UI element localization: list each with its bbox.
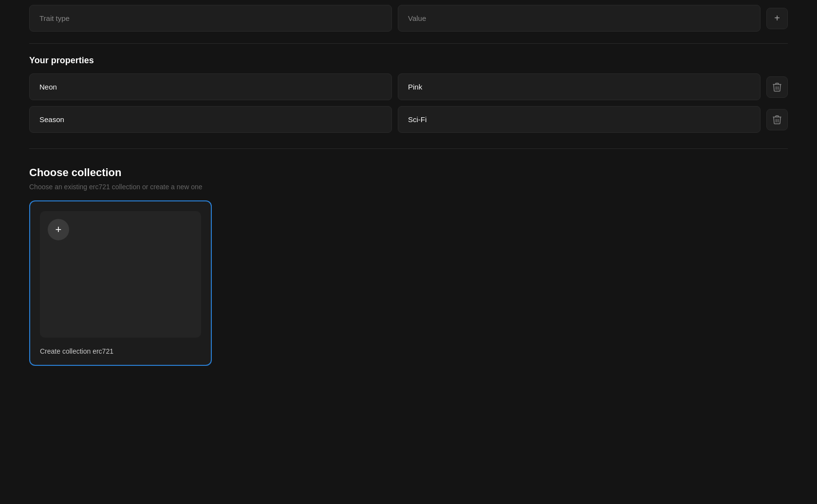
collection-grid: + Create collection erc721 [29,200,788,366]
property-value-pink: Pink [398,73,761,100]
trash-icon [773,115,781,125]
section-divider [29,148,788,149]
property-row: Neon Pink [29,73,788,100]
create-collection-plus-icon: + [48,219,69,240]
choose-collection-section: Choose collection Choose an existing erc… [29,166,788,366]
create-collection-label: Create collection erc721 [40,347,113,355]
choose-collection-subtitle: Choose an existing erc721 collection or … [29,183,788,191]
choose-collection-title: Choose collection [29,166,788,179]
trash-icon [773,82,781,92]
collection-card-inner: + [40,211,201,338]
property-trait-season: Season [29,106,392,133]
create-collection-card[interactable]: + Create collection erc721 [29,200,212,366]
add-trait-button[interactable]: + [766,8,788,29]
your-properties-title: Your properties [29,55,788,66]
value-input[interactable] [398,5,761,32]
property-row: Season Sci-Fi [29,106,788,133]
property-trait-neon: Neon [29,73,392,100]
divider [29,43,788,44]
plus-icon: + [774,13,780,24]
trait-type-input[interactable] [29,5,392,32]
properties-list: Neon Pink Season Sci-Fi [29,73,788,133]
trait-input-row: + [29,5,788,32]
page-container: + Your properties Neon Pink Season Sci-F… [0,0,817,366]
your-properties-section: Your properties Neon Pink Season Sci-Fi [29,55,788,133]
delete-neon-button[interactable] [766,76,788,98]
property-value-scifi: Sci-Fi [398,106,761,133]
delete-season-button[interactable] [766,109,788,130]
